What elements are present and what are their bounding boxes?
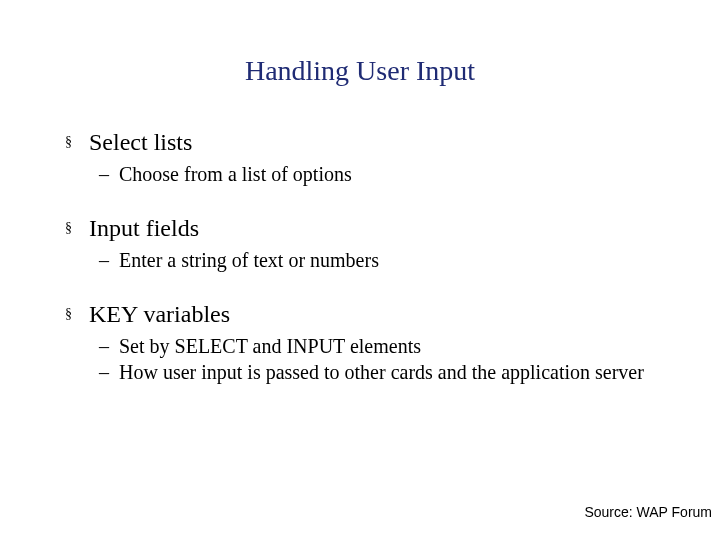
dash-icon: – <box>99 334 119 358</box>
spacer <box>65 188 680 214</box>
bullet-level2: –Choose from a list of options <box>99 162 680 186</box>
bullet-level1: §Input fields <box>65 214 680 242</box>
slide: Handling User Input §Select lists –Choos… <box>0 0 720 540</box>
slide-content: §Select lists –Choose from a list of opt… <box>65 128 680 386</box>
bullet-text: KEY variables <box>89 301 230 327</box>
source-footer: Source: WAP Forum <box>584 504 712 520</box>
sub-list: –Set by SELECT and INPUT elements –How u… <box>99 334 680 384</box>
bullet-level2: –How user input is passed to other cards… <box>99 360 680 384</box>
bullet-level2: –Set by SELECT and INPUT elements <box>99 334 680 358</box>
bullet-level1: §KEY variables <box>65 300 680 328</box>
bullet-marker-icon: § <box>65 128 89 156</box>
bullet-marker-icon: § <box>65 300 89 328</box>
slide-title: Handling User Input <box>0 55 720 87</box>
sub-list: –Enter a string of text or numbers <box>99 248 680 272</box>
bullet-text: Select lists <box>89 129 192 155</box>
dash-icon: – <box>99 360 119 384</box>
spacer <box>65 274 680 300</box>
sub-bullet-text: Enter a string of text or numbers <box>119 249 379 271</box>
sub-bullet-text: How user input is passed to other cards … <box>119 361 644 383</box>
sub-list: –Choose from a list of options <box>99 162 680 186</box>
bullet-level1: §Select lists <box>65 128 680 156</box>
sub-bullet-text: Choose from a list of options <box>119 163 352 185</box>
bullet-text: Input fields <box>89 215 199 241</box>
sub-bullet-text: Set by SELECT and INPUT elements <box>119 335 421 357</box>
bullet-marker-icon: § <box>65 214 89 242</box>
dash-icon: – <box>99 248 119 272</box>
dash-icon: – <box>99 162 119 186</box>
bullet-level2: –Enter a string of text or numbers <box>99 248 680 272</box>
